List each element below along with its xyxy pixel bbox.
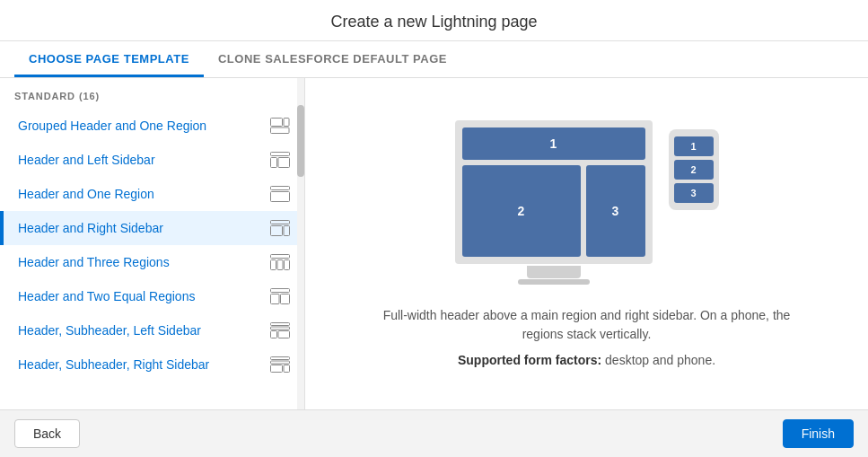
svg-rect-10	[284, 226, 290, 236]
template-icon	[270, 186, 290, 202]
scrollbar-thumb[interactable]	[297, 105, 304, 177]
svg-rect-6	[271, 187, 290, 190]
preview-description: Full-width header above a main region an…	[363, 306, 811, 344]
tab-clone-default[interactable]: CLONE SALESFORCE DEFAULT PAGE	[204, 41, 461, 77]
svg-rect-1	[284, 119, 289, 127]
svg-rect-14	[285, 260, 290, 270]
template-icon	[270, 322, 290, 338]
svg-rect-16	[271, 294, 280, 304]
svg-rect-3	[271, 153, 290, 156]
svg-rect-19	[271, 327, 290, 330]
monitor-stand	[527, 266, 581, 278]
svg-rect-12	[271, 260, 276, 270]
sidebar-item-header-one-region[interactable]: Header and One Region	[0, 177, 304, 211]
svg-rect-2	[271, 127, 290, 134]
svg-rect-21	[278, 331, 290, 338]
preview-main-block: 2	[462, 165, 581, 257]
template-icon	[270, 152, 290, 168]
sidebar-item-header-three-regions[interactable]: Header and Three Regions	[0, 245, 304, 279]
modal-header: Create a new Lightning page	[0, 0, 868, 41]
phone-block-2: 2	[674, 160, 714, 180]
svg-rect-25	[284, 365, 290, 373]
svg-rect-7	[271, 192, 290, 202]
sidebar-item-header-left-sidebar[interactable]: Header and Left Sidebar	[0, 143, 304, 177]
template-icon	[270, 220, 290, 236]
svg-rect-9	[271, 226, 283, 236]
footer: Back Finish	[0, 409, 868, 457]
tabs-bar: CHOOSE PAGE TEMPLATE CLONE SALESFORCE DE…	[0, 41, 868, 78]
phone-block-1: 1	[674, 136, 714, 156]
svg-rect-0	[271, 119, 283, 127]
sidebar-item-header-subheader-right-sidebar[interactable]: Header, Subheader, Right Sidebar	[0, 347, 304, 382]
svg-rect-4	[271, 158, 277, 168]
tab-choose-template[interactable]: CHOOSE PAGE TEMPLATE	[14, 41, 204, 77]
scrollbar-track	[297, 78, 304, 409]
phone-preview: 1 2 3	[669, 129, 719, 210]
sidebar-item-grouped-header-one-region[interactable]: Grouped Header and One Region	[0, 109, 304, 143]
svg-rect-13	[277, 260, 283, 270]
finish-button[interactable]: Finish	[783, 419, 854, 448]
preview-sidebar-block: 3	[586, 165, 645, 257]
svg-rect-11	[271, 255, 290, 259]
template-icon	[270, 118, 290, 134]
content-area: STANDARD (16) Grouped Header and One Reg…	[0, 78, 868, 409]
monitor-screen: 1 2 3	[455, 120, 653, 264]
svg-rect-18	[271, 323, 290, 326]
svg-rect-5	[278, 158, 290, 168]
layout-preview: 1 2 3 1	[455, 120, 719, 285]
svg-rect-15	[271, 289, 290, 293]
desktop-preview: 1 2 3	[455, 120, 653, 285]
section-label: STANDARD (16)	[0, 78, 304, 109]
template-icon	[270, 254, 290, 270]
modal-title: Create a new Lightning page	[330, 13, 537, 31]
sidebar-item-header-subheader-left-sidebar[interactable]: Header, Subheader, Left Sidebar	[0, 313, 304, 347]
template-icon	[270, 356, 290, 373]
preview-header-block: 1	[462, 127, 645, 160]
svg-rect-17	[281, 294, 290, 304]
template-icon	[270, 288, 290, 304]
template-list-sidebar: STANDARD (16) Grouped Header and One Reg…	[0, 78, 305, 409]
monitor-body: 2 3	[462, 165, 645, 257]
svg-rect-20	[271, 331, 277, 338]
monitor-base	[518, 279, 590, 285]
back-button[interactable]: Back	[14, 419, 80, 448]
sidebar-item-header-two-equal-regions[interactable]: Header and Two Equal Regions	[0, 279, 304, 313]
supported-form-factors: Supported form factors: desktop and phon…	[458, 353, 715, 367]
sidebar-item-header-right-sidebar[interactable]: Header and Right Sidebar	[0, 211, 304, 245]
template-preview-area: 1 2 3 1	[305, 78, 868, 409]
svg-rect-22	[271, 357, 290, 360]
phone-block-3: 3	[674, 183, 714, 203]
svg-rect-8	[271, 221, 290, 224]
svg-rect-24	[271, 365, 283, 373]
svg-rect-23	[271, 361, 290, 364]
